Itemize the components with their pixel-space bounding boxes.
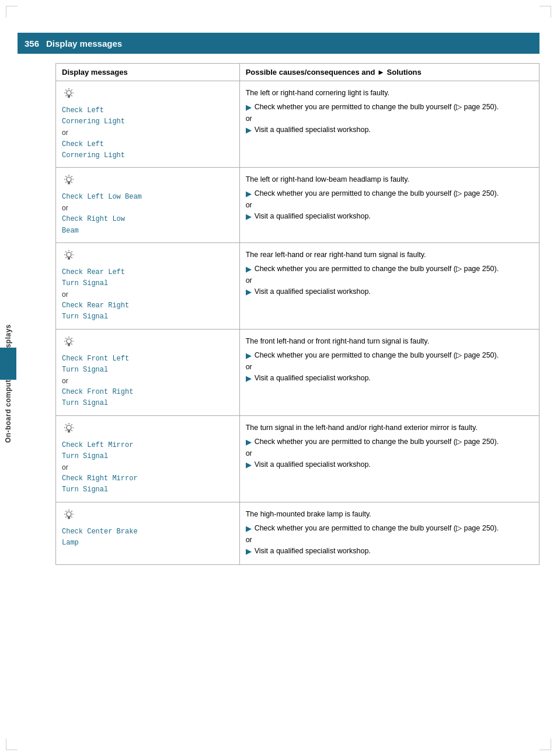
display-code-line: Check Front Right: [62, 387, 234, 398]
bullet-arrow: ▶: [246, 263, 252, 275]
corner-mark-bl: [6, 738, 18, 750]
causes-intro-1: The left or right-hand low-beam headlamp…: [246, 174, 533, 185]
display-code-2: Check Rear LeftTurn SignalorCheck Rear R…: [62, 267, 234, 323]
svg-line-62: [71, 430, 72, 431]
display-code-line: Check Right Low: [62, 214, 234, 225]
svg-line-22: [65, 182, 66, 182]
bullet-text: Visit a qualified specialist workshop.: [255, 459, 371, 470]
or-separator: or: [246, 536, 533, 544]
causes-cell-4: The turn signal in the left-hand and/or …: [239, 415, 539, 502]
display-code-line: Check Left: [62, 139, 234, 150]
bullet-arrow: ▶: [246, 188, 252, 200]
bullet-item-4-0: ▶Check whether you are permitted to chan…: [246, 436, 533, 448]
light-icon-0: [62, 87, 234, 103]
display-code-3: Check Front LeftTurn SignalorCheck Front…: [62, 353, 234, 410]
bullet-arrow: ▶: [246, 523, 252, 535]
causes-intro-5: The high-mounted brake lamp is faulty.: [246, 508, 533, 520]
display-code-line: Turn Signal: [62, 311, 234, 322]
display-messages-table: Display messages Possible causes/consequ…: [55, 63, 539, 565]
causes-intro-4: The turn signal in the left-hand and/or …: [246, 422, 533, 434]
col-header-causes: Possible causes/consequences and ► Solut…: [239, 64, 539, 81]
svg-line-75: [65, 511, 66, 511]
bullet-text: Check whether you are permitted to chang…: [255, 436, 499, 448]
bullet-item-1-1: ▶Visit a qualified specialist workshop.: [246, 210, 533, 223]
svg-point-28: [67, 252, 71, 257]
bullet-text: Visit a qualified specialist workshop.: [255, 210, 371, 222]
svg-line-34: [71, 257, 72, 258]
light-icon-3: [62, 335, 234, 351]
display-code-line: Check Left Mirror: [62, 440, 234, 451]
svg-line-5: [65, 89, 66, 90]
causes-intro-0: The left or right-hand cornering light i…: [246, 87, 533, 99]
display-code-0: Check LeftCornering LightorCheck LeftCor…: [62, 105, 234, 161]
svg-point-70: [67, 512, 71, 516]
page-header: 356 Display messages: [18, 33, 539, 54]
bullet-item-0-0: ▶Check whether you are permitted to chan…: [246, 101, 533, 113]
bullet-text: Check whether you are permitted to chang…: [255, 101, 499, 113]
display-code-5: Check Center BrakeLamp: [62, 526, 234, 549]
or-separator: or: [246, 201, 533, 209]
svg-line-21: [71, 176, 72, 176]
display-code-line: Turn Signal: [62, 365, 234, 376]
display-cell-1: Check Left Low BeamorCheck Right LowBeam: [56, 167, 240, 242]
display-code-line: or: [62, 203, 234, 214]
svg-line-64: [65, 430, 66, 431]
bullet-arrow: ▶: [246, 102, 252, 113]
bullet-item-1-0: ▶Check whether you are permitted to chan…: [246, 188, 533, 200]
bullet-arrow: ▶: [246, 459, 252, 471]
display-code-line: or: [62, 376, 234, 387]
causes-cell-0: The left or right-hand cornering light i…: [239, 81, 539, 168]
display-cell-5: Check Center BrakeLamp: [56, 502, 240, 564]
bullet-text: Check whether you are permitted to chang…: [255, 349, 499, 361]
svg-line-20: [71, 182, 72, 182]
display-code-line: or: [62, 289, 234, 300]
corner-mark-tl: [6, 6, 18, 18]
or-separator: or: [246, 363, 533, 371]
corner-mark-tr: [539, 6, 551, 18]
display-code-line: Check Front Left: [62, 353, 234, 365]
svg-line-35: [71, 251, 72, 252]
corner-mark-br: [539, 738, 551, 750]
svg-line-7: [71, 89, 72, 90]
display-code-4: Check Left MirrorTurn SignalorCheck Righ…: [62, 440, 234, 496]
svg-line-33: [65, 251, 66, 252]
display-code-line: Cornering Light: [62, 150, 234, 161]
bullet-item-0-1: ▶Visit a qualified specialist workshop.: [246, 124, 533, 136]
display-cell-2: Check Rear LeftTurn SignalorCheck Rear R…: [56, 242, 240, 329]
or-separator: or: [246, 115, 533, 123]
svg-line-76: [71, 516, 72, 517]
or-separator: or: [246, 449, 533, 457]
svg-line-6: [71, 95, 72, 96]
bullet-arrow: ▶: [246, 350, 252, 362]
bullet-arrow: ▶: [246, 373, 252, 384]
svg-line-19: [65, 176, 66, 176]
bullet-arrow: ▶: [246, 286, 252, 298]
display-code-1: Check Left Low BeamorCheck Right LowBeam: [62, 192, 234, 237]
svg-point-14: [67, 177, 71, 182]
page-number: 356: [25, 39, 39, 48]
display-code-line: or: [62, 462, 234, 473]
display-code-line: Check Center Brake: [62, 526, 234, 537]
table-row: Check Left MirrorTurn SignalorCheck Righ…: [56, 415, 539, 502]
causes-intro-2: The rear left-hand or rear right-hand tu…: [246, 249, 533, 261]
table-row: Check LeftCornering LightorCheck LeftCor…: [56, 81, 539, 168]
sidebar-label-text: On-board computer and displays: [4, 324, 12, 443]
bullet-item-3-0: ▶Check whether you are permitted to chan…: [246, 349, 533, 362]
causes-intro-3: The front left-hand or front right-hand …: [246, 335, 533, 347]
display-code-line: Turn Signal: [62, 278, 234, 289]
or-separator: or: [246, 276, 533, 285]
svg-line-77: [71, 511, 72, 511]
svg-line-48: [71, 344, 72, 344]
display-code-line: or: [62, 127, 234, 138]
table-row: Check Rear LeftTurn SignalorCheck Rear R…: [56, 242, 539, 329]
bullet-text: Visit a qualified specialist workshop.: [255, 372, 371, 384]
causes-cell-5: The high-mounted brake lamp is faulty.▶C…: [239, 502, 539, 564]
sidebar-label: On-board computer and displays: [0, 70, 16, 698]
svg-point-56: [67, 425, 71, 430]
page-title: Display messages: [46, 39, 122, 48]
display-cell-3: Check Front LeftTurn SignalorCheck Front…: [56, 329, 240, 415]
bullet-arrow: ▶: [246, 211, 252, 223]
svg-line-8: [65, 95, 66, 96]
bullet-arrow: ▶: [246, 546, 252, 557]
bullet-arrow: ▶: [246, 124, 252, 136]
